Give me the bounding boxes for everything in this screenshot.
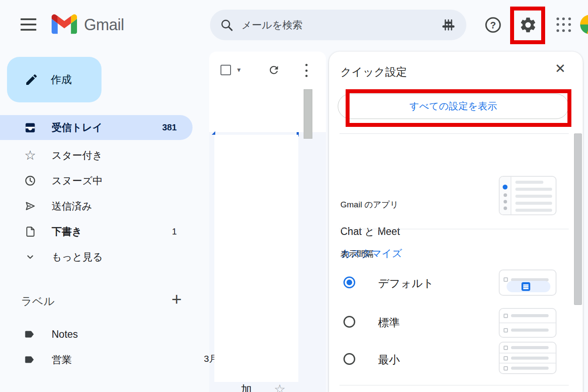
pencil-icon <box>24 73 38 87</box>
inbox-icon <box>24 121 37 134</box>
send-icon <box>24 200 37 213</box>
top-header: Gmail メールを検索 ? <box>0 0 588 49</box>
sidebar-item-label: スヌーズ中 <box>52 174 192 188</box>
sidebar-label-eigyo[interactable]: 営業 <box>0 349 192 370</box>
star-icon: ☆ <box>24 149 37 162</box>
mail-row-sender: 加 <box>241 382 252 392</box>
mail-list-panel: ▾ 3月 加 ☆ <box>209 52 326 392</box>
compose-button[interactable]: 作成 <box>7 57 102 102</box>
svg-text:?: ? <box>490 20 496 31</box>
sidebar-item-label: 受信トレイ <box>52 121 162 134</box>
compose-label: 作成 <box>51 73 72 87</box>
density-default-thumbnail[interactable] <box>499 270 556 296</box>
see-all-settings-button[interactable]: すべての設定を表示 <box>338 94 569 119</box>
radio-label-compact: 最小 <box>378 353 400 367</box>
label-tag-icon <box>24 354 36 366</box>
density-section-header: 表示間隔 <box>340 248 374 260</box>
select-all-checkbox[interactable] <box>220 65 231 75</box>
sidebar-item-label: 下書き <box>52 225 172 238</box>
divider <box>340 385 569 385</box>
label-name: 営業 <box>52 353 72 367</box>
search-bar[interactable]: メールを検索 <box>210 10 466 40</box>
create-label-plus-icon[interactable]: + <box>172 290 182 309</box>
quick-settings-panel: クイック設定 ✕ すべての設定を表示 Gmail のアプリ Chat と Mee… <box>329 52 583 392</box>
sidebar-item-label: もっと見る <box>52 250 192 264</box>
unread-count-badge: 381 <box>162 122 177 133</box>
quick-settings-title: クイック設定 <box>340 65 407 79</box>
draft-icon <box>24 225 37 238</box>
search-icon[interactable] <box>220 18 234 32</box>
refresh-icon[interactable] <box>268 64 280 76</box>
settings-gear-icon[interactable] <box>519 16 537 34</box>
mail-row-star-icon[interactable]: ☆ <box>274 382 286 392</box>
help-icon[interactable]: ? <box>484 16 502 34</box>
redacted-mail-content <box>214 135 298 382</box>
google-apps-icon[interactable] <box>556 18 571 32</box>
radio-density-default[interactable] <box>343 276 355 288</box>
radio-label-default: デフォルト <box>378 276 434 290</box>
sidebar-item-inbox[interactable]: 受信トレイ 381 <box>0 115 192 140</box>
sidebar-item-label: スター付き <box>52 149 192 162</box>
thumbnail-dot-column <box>500 177 511 214</box>
clock-icon <box>24 174 37 187</box>
select-dropdown-caret-icon[interactable]: ▾ <box>237 66 241 74</box>
radio-label-comfortable: 標準 <box>378 315 400 330</box>
density-comfortable-thumbnail[interactable] <box>499 308 556 338</box>
search-options-icon[interactable] <box>441 18 456 32</box>
divider <box>340 229 569 229</box>
sidebar-item-sent[interactable]: 送信済み <box>0 195 192 217</box>
gmail-logo-icon <box>52 14 77 34</box>
divider <box>340 133 569 134</box>
account-avatar[interactable] <box>580 15 588 34</box>
label-name: Notes <box>52 329 78 340</box>
labels-section-header: ラベル <box>21 294 55 308</box>
sidebar-item-more[interactable]: もっと見る <box>0 245 192 268</box>
mail-list-scrollbar[interactable] <box>304 89 312 139</box>
close-icon[interactable]: ✕ <box>555 62 566 75</box>
more-options-icon[interactable] <box>304 64 308 77</box>
sidebar-item-drafts[interactable]: 下書き 1 <box>0 220 192 243</box>
quick-settings-scrollbar[interactable] <box>574 133 582 305</box>
mail-list-toolbar: ▾ <box>209 64 326 84</box>
chevron-down-icon <box>24 250 37 263</box>
sidebar-item-snoozed[interactable]: スヌーズ中 <box>0 169 192 192</box>
app-title: Gmail <box>84 16 124 34</box>
chat-meet-thumbnail <box>499 176 556 215</box>
sidebar-item-starred[interactable]: ☆ スター付き <box>0 144 192 167</box>
density-compact-thumbnail[interactable] <box>499 342 556 374</box>
sidebar-item-label: 送信済み <box>52 200 192 213</box>
apps-section-header: Gmail のアプリ <box>340 199 399 210</box>
radio-density-comfortable[interactable] <box>343 316 355 328</box>
label-tag-icon <box>24 328 36 340</box>
draft-count-badge: 1 <box>172 227 177 237</box>
sidebar-label-notes[interactable]: Notes <box>0 324 192 345</box>
main-menu-icon[interactable] <box>21 18 36 31</box>
radio-density-compact[interactable] <box>343 353 355 365</box>
chat-meet-row-title: Chat と Meet <box>340 225 400 238</box>
search-input[interactable]: メールを検索 <box>242 18 441 32</box>
